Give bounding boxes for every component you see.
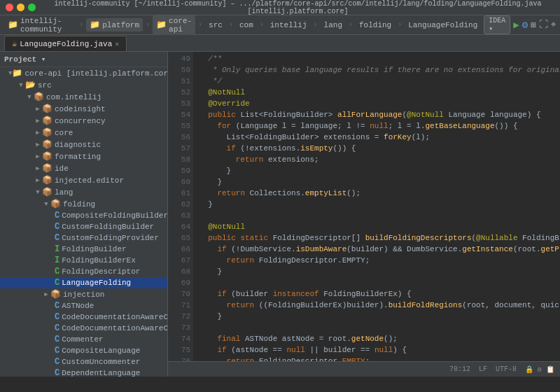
code-line-67: return FoldingDescriptor.EMPTY; — [199, 255, 554, 266]
tree-item-custom-provider[interactable]: C CustomFoldingProvider — [0, 232, 167, 244]
tree-label-lang: lang — [55, 188, 73, 197]
pkg-icon-injection: 📦 — [50, 289, 61, 300]
nav-label-platform: platform — [102, 21, 139, 29]
title-bar: intellij-community [~/intellij-community… — [0, 0, 560, 15]
tree-item-codedoc1[interactable]: C CodeDocumentationAwareCo... — [0, 312, 167, 323]
nav-bar: 📁 intellij-community › 📁 platform › 📁 co… — [0, 15, 560, 35]
class-icon-customuncommenter: C — [55, 357, 59, 367]
nav-right: IDEA ▾ ▶ ⚙ ⊞ ⛶ ⌖ — [484, 15, 556, 34]
tree-label-src: src — [38, 81, 52, 90]
pkg-icon-injected: 📦 — [42, 175, 52, 186]
code-line-58: return extensions; — [199, 154, 554, 165]
tree-label-compositelanguage: CompositeLanguage — [62, 346, 140, 355]
code-line-68: } — [199, 266, 554, 277]
code-line-56: List<FoldingBuilder> extensions = forKey… — [199, 132, 554, 143]
nav-languagefolding[interactable]: LanguageFolding — [405, 20, 481, 31]
minimize-button[interactable] — [17, 4, 24, 11]
class-icon-codedoc1: C — [55, 312, 59, 322]
nav-src[interactable]: src — [205, 20, 226, 31]
tree-item-ide[interactable]: ▶ 📦 ide — [0, 162, 167, 174]
nav-lang[interactable]: lang — [321, 20, 346, 31]
class-icon-astnode: C — [55, 301, 59, 311]
nav-intellij-community[interactable]: 📁 intellij-community — [4, 15, 76, 35]
nav-com[interactable]: com — [236, 20, 257, 31]
code-content[interactable]: /** * Only queries base language results… — [193, 52, 560, 361]
cursor-position: 78:12 — [449, 365, 470, 373]
pkg-icon-concurrency: 📦 — [42, 115, 52, 126]
run-button[interactable]: ▶ — [513, 19, 519, 31]
code-line-76: return FoldingDescriptor.EMPTY; — [199, 356, 554, 361]
tree-item-concurrency[interactable]: ▶ 📦 concurrency — [0, 115, 167, 127]
tree-label-codeinsight: codeinsight — [55, 105, 106, 113]
class-icon-dependentlang: C — [55, 368, 59, 377]
tree-label-customuncommenter: CustomUncommenter — [62, 358, 140, 366]
tree-item-src[interactable]: ▼ 📂 src — [0, 79, 167, 91]
code-line-66: if (!DumbService.isDumbAware(builder) &&… — [199, 244, 554, 255]
code-line-60: } — [199, 176, 554, 188]
line-numbers: 49 50 51 52 53 54 55 56 57 58 59 60 61 6… — [168, 52, 193, 361]
folder-icon: 📁 — [12, 68, 22, 78]
tree-item-core[interactable]: ▶ 📦 core — [0, 127, 167, 139]
tree-label-foldingbuilder: FoldingBuilder — [62, 245, 126, 253]
tree-item-diagnostic[interactable]: ▶ 📦 diagnostic — [0, 139, 167, 150]
tree-item-foldingbuilder-ex[interactable]: I FoldingBuilderEx — [0, 255, 167, 266]
nav-folding[interactable]: folding — [356, 20, 395, 31]
tree-item-dependentlang[interactable]: C DependentLanguage — [0, 368, 167, 377]
tree-item-composite-folding[interactable]: C CompositeFoldingBuilder — [0, 210, 167, 221]
tree-item-formatting[interactable]: ▶ 📦 formatting — [0, 150, 167, 162]
maximize-button[interactable] — [28, 4, 36, 11]
tree-label-injected-editor: injected.editor — [55, 176, 124, 185]
tree-item-lang[interactable]: ▼ 📦 lang — [0, 186, 167, 198]
class-icon-custom: C — [55, 222, 59, 232]
tree-item-foldingdescriptor[interactable]: C FoldingDescriptor — [0, 266, 167, 277]
tree-label-com-intellij: com.intellij — [46, 93, 102, 102]
tree-label-astnode: ASTNode — [62, 302, 94, 310]
tree-item-folding[interactable]: ▼ 📦 folding — [0, 198, 167, 210]
nav-sep-1: › — [79, 21, 83, 29]
tree-label-customprovider: CustomFoldingProvider — [62, 234, 159, 242]
tree-label-composite: CompositeFoldingBuilder — [62, 211, 167, 220]
tab-label: LanguageFolding.java — [20, 40, 112, 48]
tool-button-1[interactable]: ⊞ — [531, 20, 536, 31]
nav-platform[interactable]: 📁 platform — [86, 18, 143, 31]
interface-icon-fb: I — [55, 244, 59, 254]
tree-item-codedoc2[interactable]: C CodeDocumentationAwareCo... — [0, 323, 167, 334]
tree-label-commenter: Commenter — [62, 335, 103, 344]
tree-item-compositelanguage[interactable]: C CompositeLanguage — [0, 345, 167, 356]
tree-item-astnode[interactable]: C ASTNode — [0, 300, 167, 312]
tree-item-foldingbuilder[interactable]: I FoldingBuilder — [0, 244, 167, 255]
code-line-53: @Override — [199, 98, 554, 109]
nav-core-api[interactable]: 📁 core-api — [153, 15, 195, 35]
tree-item-codeinsight[interactable]: ▶ 📦 codeinsight — [0, 103, 167, 115]
code-line-52: @NotNull — [199, 87, 554, 98]
pkg-icon-codeinsight: 📦 — [42, 104, 52, 114]
tree-item-custom-folding[interactable]: C CustomFoldingBuilder — [0, 221, 167, 232]
tab-close-button[interactable]: ✕ — [115, 40, 119, 48]
tree-item-customuncommenter[interactable]: C CustomUncommenter — [0, 356, 167, 368]
nav-intellij[interactable]: intellij — [267, 20, 311, 31]
tree-item-injection[interactable]: ▶ 📦 injection — [0, 288, 167, 300]
tree-item-commenter[interactable]: C Commenter — [0, 334, 167, 345]
idea-button[interactable]: IDEA ▾ — [484, 15, 510, 34]
code-line-72: } — [199, 311, 554, 322]
pkg-icon-lang: 📦 — [42, 187, 52, 197]
code-line-65: public static FoldingDescriptor[] buildF… — [199, 232, 554, 244]
interface-icon-fbex: I — [55, 255, 59, 265]
class-icon-compositelang: C — [55, 346, 59, 356]
sidebar: Project ▾ ▼ 📁 core-api [intellij.platfor… — [0, 52, 168, 377]
tree-item-com-intellij[interactable]: ▼ 📦 com.intellij — [0, 91, 167, 103]
pkg-icon-core: 📦 — [42, 127, 52, 138]
tree-label-concurrency: concurrency — [55, 117, 106, 125]
tree-item-core-api[interactable]: ▼ 📁 core-api [intellij.platform.core] — [0, 67, 167, 79]
tree-item-languagefolding[interactable]: C LanguageFolding — [0, 277, 167, 288]
tool-button-2[interactable]: ⛶ — [539, 20, 548, 30]
tree-label-injection: injection — [63, 290, 104, 299]
tool-button-3[interactable]: ⌖ — [551, 20, 556, 30]
code-line-55: for (Language l = language; l != null; l… — [199, 120, 554, 132]
tab-languagefolding[interactable]: ☕ LanguageFolding.java ✕ — [4, 36, 127, 51]
tree-item-injected-editor[interactable]: ▶ 📦 injected.editor — [0, 174, 167, 186]
debug-button[interactable]: ⚙ — [522, 19, 528, 31]
window-controls[interactable] — [6, 4, 36, 11]
editor: 49 50 51 52 53 54 55 56 57 58 59 60 61 6… — [168, 52, 560, 377]
close-button[interactable] — [6, 4, 13, 11]
